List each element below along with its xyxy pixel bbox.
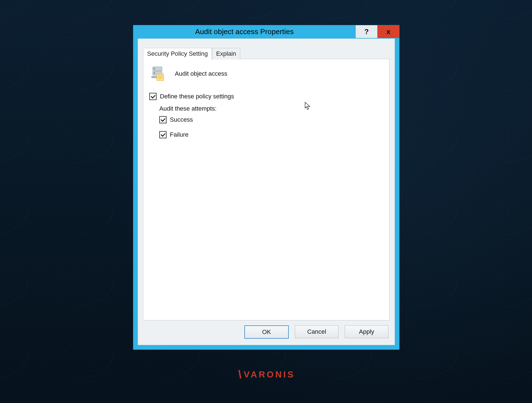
- brand-logo: \\ VARONIS: [237, 368, 295, 381]
- tab-security-policy-setting[interactable]: Security Policy Setting: [143, 48, 212, 60]
- svg-rect-3: [154, 72, 155, 74]
- properties-dialog: Audit object access Properties ? x Secur…: [133, 25, 400, 350]
- success-label: Success: [170, 116, 193, 123]
- cancel-button[interactable]: Cancel: [295, 325, 339, 338]
- success-row[interactable]: Success: [159, 116, 383, 123]
- svg-rect-2: [154, 68, 155, 70]
- brand-name: VARONIS: [244, 369, 295, 380]
- titlebar-buttons: ? x: [355, 25, 399, 38]
- dialog-client-area: Security Policy Setting Explain: [138, 39, 395, 345]
- help-button[interactable]: ?: [355, 25, 377, 38]
- define-policy-row[interactable]: Define these policy settings: [149, 93, 383, 100]
- failure-row[interactable]: Failure: [159, 131, 383, 138]
- failure-checkbox[interactable]: [159, 131, 167, 138]
- audit-attempts-heading: Audit these attempts:: [159, 105, 383, 112]
- svg-rect-5: [157, 74, 164, 81]
- window-title: Audit object access Properties: [133, 25, 355, 38]
- failure-label: Failure: [170, 131, 188, 138]
- success-checkbox[interactable]: [159, 116, 167, 123]
- policy-icon: [151, 66, 169, 82]
- apply-button[interactable]: Apply: [345, 325, 388, 338]
- tabstrip: Security Policy Setting Explain: [143, 48, 240, 59]
- define-policy-checkbox[interactable]: [149, 93, 157, 100]
- tab-page-security: Audit object access Define these policy …: [143, 59, 390, 320]
- close-button[interactable]: x: [377, 25, 399, 38]
- dialog-buttons: OK Cancel Apply: [244, 325, 388, 339]
- titlebar[interactable]: Audit object access Properties ? x: [133, 25, 399, 38]
- tab-explain[interactable]: Explain: [212, 48, 240, 60]
- policy-name: Audit object access: [175, 70, 227, 77]
- audit-attempts-group: Success Failure: [159, 116, 383, 141]
- define-policy-label: Define these policy settings: [160, 93, 234, 100]
- policy-header: Audit object access: [151, 66, 383, 82]
- brand-slash-icon: \\: [237, 368, 240, 381]
- ok-button[interactable]: OK: [244, 325, 289, 339]
